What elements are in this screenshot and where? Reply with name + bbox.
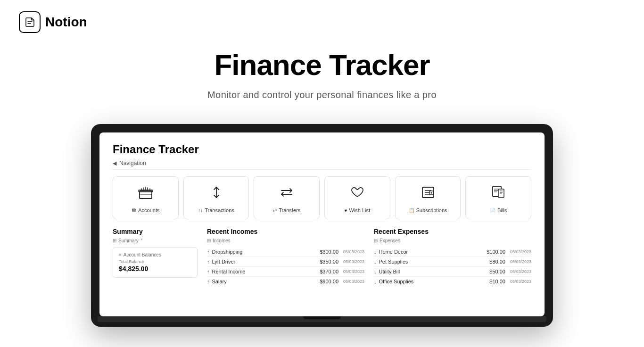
transactions-label: ↑↓ Transactions [198,207,234,213]
expense-arrow-down-icon-1: ↓ [374,259,377,264]
nav-arrow-icon: ◀ [113,160,116,166]
total-balance-value: $4,825.00 [119,265,191,273]
expense-row-0: ↓ Home Decor $100.00 05/03/2023 [374,247,531,257]
summary-db-label: ⊞ Summary ˅ [113,238,198,243]
hero-section: Finance Tracker Monitor and control your… [0,44,644,115]
income-row-2-left: ↑ Rental Income [207,269,315,274]
app-title: Finance Tracker [113,143,531,156]
expense-row-2-left: ↓ Utility Bill [374,269,482,274]
wishlist-label: ♥ Wish List [345,207,371,213]
subscriptions-icon [420,184,436,203]
recent-incomes-section: Recent Incomes ⊞ Incomes ↑ Dropshipping [207,228,364,286]
expense-row-0-left: ↓ Home Decor [374,249,482,255]
summary-section: Summary ⊞ Summary ˅ ≡ Account Balances T… [113,228,198,286]
nav-card-accounts[interactable]: 🏛 Accounts [113,176,179,219]
expenses-db-label: ⊞ Expenses [374,238,531,243]
nav-card-transfers[interactable]: ⇄ Transfers [254,176,320,219]
subscriptions-label: 📋 Subscriptions [409,207,447,213]
income-row-1-left: ↑ Lyft Driver [207,259,315,264]
expenses-table-icon: ⊞ [374,238,378,243]
expenses-list: ↓ Home Decor $100.00 05/03/2023 ↓ Pet Su… [374,247,531,286]
expenses-title: Recent Expenses [374,228,531,235]
expense-row-3-left: ↓ Office Supplies [374,279,482,284]
notion-logo: Notion [19,11,87,33]
income-row-0: ↑ Dropshipping $300.00 05/03/2023 [207,247,364,257]
nav-card-wishlist[interactable]: ♥ Wish List [324,176,390,219]
income-row-1: ↑ Lyft Driver $350.00 05/03/2023 [207,257,364,267]
transactions-icon [208,184,224,203]
wishlist-icon [349,184,365,203]
laptop-mockup: Finance Tracker ◀ Navigation [0,124,644,327]
accounts-icon [138,184,154,203]
expense-row-1-left: ↓ Pet Supplies [374,259,482,264]
recent-expenses-section: Recent Expenses ⊞ Expenses ↓ Home Decor [374,228,531,286]
income-row-2: ↑ Rental Income $370.00 05/03/2023 [207,267,364,277]
expense-arrow-down-icon-2: ↓ [374,269,377,274]
account-balances-label: ≡ Account Balances [119,252,191,257]
transfers-icon [279,184,295,203]
expense-row-3: ↓ Office Supplies $10.00 05/03/2023 [374,277,531,286]
income-arrow-up-icon-1: ↑ [207,259,210,264]
accounts-label: 🏛 Accounts [132,207,159,213]
summary-table-icon: ⊞ [113,238,116,243]
bills-icon [490,184,506,203]
laptop-screen: Finance Tracker ◀ Navigation [99,132,545,316]
income-arrow-up-icon-3: ↑ [207,279,210,284]
summary-title: Summary [113,228,198,235]
summary-account-balances-card: ≡ Account Balances Total Balance $4,825.… [113,247,198,278]
hero-title: Finance Tracker [0,49,644,81]
hero-subtitle: Monitor and control your personal financ… [0,90,644,100]
income-row-3: ↑ Salary $900.00 05/03/2023 [207,277,364,286]
svg-rect-14 [498,189,504,198]
laptop-notch [303,316,341,319]
incomes-list: ↑ Dropshipping $300.00 05/03/2023 ↑ Lyft… [207,247,364,286]
accounts-label-icon: 🏛 [132,208,136,213]
bills-label: 📄 Bills [490,207,507,213]
laptop-base [98,316,546,322]
nav-bar: ◀ Navigation [113,160,531,170]
incomes-db-label: ⊞ Incomes [207,238,364,243]
expense-row-2: ↓ Utility Bill $50.00 05/03/2023 [374,267,531,277]
transfers-label: ⇄ Transfers [273,207,300,213]
nav-card-bills[interactable]: 📄 Bills [465,176,531,219]
nav-cards: 🏛 Accounts [113,176,531,219]
expense-arrow-down-icon-0: ↓ [374,249,377,255]
income-arrow-up-icon-2: ↑ [207,269,210,274]
app-content: Finance Tracker ◀ Navigation [99,132,545,294]
nav-label: Navigation [119,160,146,166]
expense-row-1: ↓ Pet Supplies $80.00 05/03/2023 [374,257,531,267]
sections-row: Summary ⊞ Summary ˅ ≡ Account Balances T… [113,228,531,286]
expense-arrow-down-icon-3: ↓ [374,279,377,284]
laptop-outer: Finance Tracker ◀ Navigation [91,124,553,327]
nav-card-transactions[interactable]: ↑↓ Transactions [183,176,249,219]
income-row-0-left: ↑ Dropshipping [207,249,315,255]
nav-card-subscriptions[interactable]: 📋 Subscriptions [395,176,461,219]
header: Notion [0,0,644,44]
income-arrow-up-icon-0: ↑ [207,249,210,255]
notion-logo-text: Notion [45,15,87,30]
notion-logo-icon [19,11,41,33]
income-row-3-left: ↑ Salary [207,279,315,284]
incomes-title: Recent Incomes [207,228,364,235]
incomes-table-icon: ⊞ [207,238,211,243]
total-balance-label: Total Balance [119,259,191,264]
